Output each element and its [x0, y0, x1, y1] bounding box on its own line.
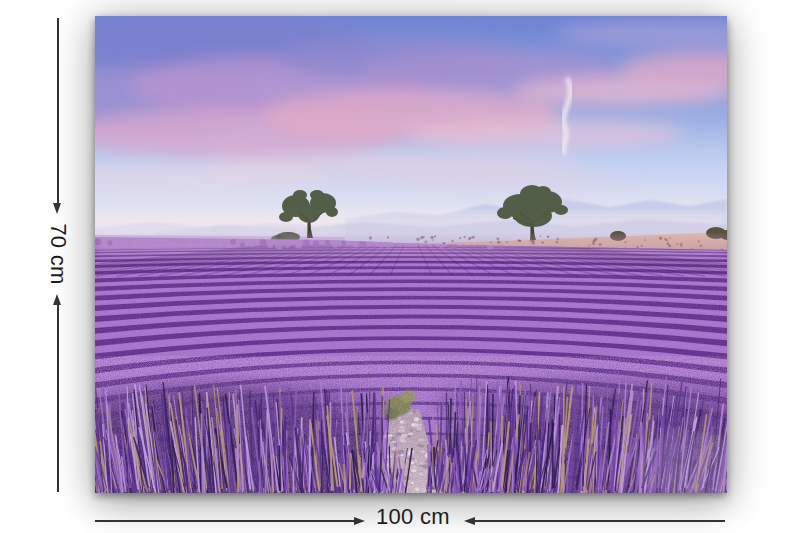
arrow-right-icon	[354, 517, 365, 525]
foreground	[95, 356, 727, 493]
width-dimension-label: 100 cm	[376, 506, 450, 528]
lavender-field-artwork	[95, 16, 727, 493]
arrow-down-icon	[53, 203, 61, 214]
arrow-up-icon	[53, 294, 61, 305]
width-dimension-line-left	[95, 520, 354, 522]
product-image: 70 cm 100 cm	[0, 0, 800, 533]
canvas-print[interactable]	[95, 16, 727, 493]
height-dimension-label: 70 cm	[47, 223, 69, 284]
height-dimension-line-top	[57, 18, 59, 203]
height-dimension-line-bottom	[57, 305, 59, 492]
width-dimension-line-right	[475, 520, 725, 522]
arrow-left-icon	[464, 517, 475, 525]
